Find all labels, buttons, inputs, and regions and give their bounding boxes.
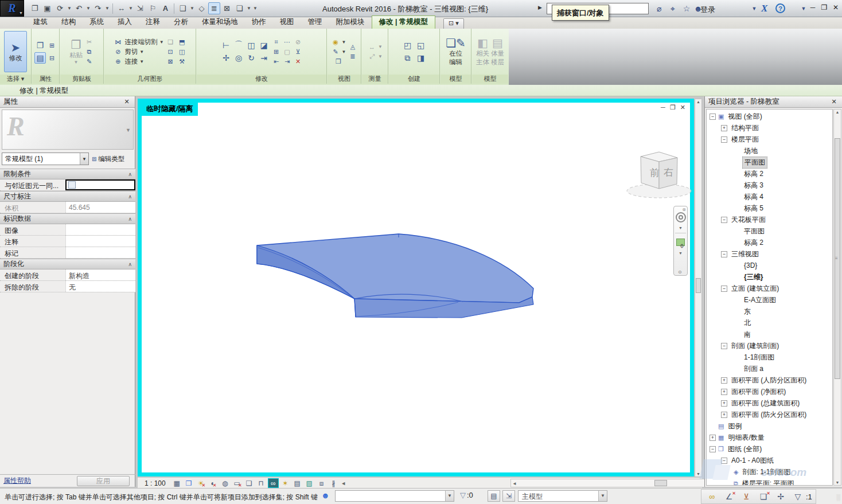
- temporary-view-properties-icon[interactable]: ▤: [292, 478, 303, 488]
- mass-floors-button[interactable]: ▤体量楼层: [491, 37, 504, 67]
- tree-item[interactable]: 标高 2: [707, 168, 832, 179]
- moves-with-nearby-value[interactable]: [65, 179, 135, 190]
- redo-icon[interactable]: ↷: [92, 2, 104, 14]
- chevron-down-icon[interactable]: ▼: [246, 2, 252, 14]
- tree-item[interactable]: 东: [707, 306, 832, 317]
- tree-item[interactable]: ◈剖面: 1-1剖面图: [707, 466, 832, 478]
- create-parts-icon[interactable]: ◰: [402, 40, 414, 51]
- editable-filter[interactable]: ▽:0: [460, 491, 473, 499]
- close-button[interactable]: ✕: [831, 3, 841, 11]
- text-icon[interactable]: A: [159, 2, 171, 14]
- trim-extend-corner-icon[interactable]: ⇥: [258, 52, 270, 64]
- tree-item[interactable]: 剖面 a: [707, 363, 832, 374]
- measure-along-icon[interactable]: ⤢: [367, 52, 377, 61]
- tree-item[interactable]: −三维视图: [707, 248, 832, 260]
- chevron-down-icon[interactable]: ▼: [67, 2, 72, 14]
- favorites-star-icon[interactable]: ☆: [680, 2, 693, 15]
- cut-profile-icon[interactable]: ◬: [348, 42, 357, 51]
- override-graphics-icon[interactable]: ✎: [331, 48, 341, 56]
- collapse-icon[interactable]: −: [710, 446, 716, 452]
- tab-structure[interactable]: 结构: [54, 16, 83, 29]
- browser-scrollbar[interactable]: ▲ ≡ ▼: [833, 109, 841, 486]
- reveal-hidden-elements-icon[interactable]: ✶: [280, 478, 291, 488]
- tree-item[interactable]: −立面 (建筑立面): [707, 283, 832, 294]
- open-icon[interactable]: ❐: [29, 2, 41, 14]
- view-cube-front-label[interactable]: 前: [650, 167, 660, 178]
- default-3d-view-icon[interactable]: ❑: [177, 2, 189, 14]
- close-inactive-windows-icon[interactable]: ⊠: [221, 2, 233, 14]
- sun-path-off-icon[interactable]: ☀✕: [196, 478, 206, 488]
- tab-view[interactable]: 视图: [273, 16, 301, 29]
- create-similar-icon[interactable]: ◨: [415, 52, 427, 64]
- panel-label-clipboard[interactable]: 剪贴板: [60, 75, 103, 84]
- chevron-down-icon[interactable]: ▼: [748, 2, 761, 15]
- tree-item-current-view[interactable]: {三维}: [707, 271, 832, 283]
- property-row[interactable]: 图像: [0, 224, 135, 236]
- close-icon[interactable]: ✕: [829, 98, 839, 106]
- property-row[interactable]: 体积45.645: [0, 202, 135, 213]
- cut-ends-tool[interactable]: ⋈连接端切割▼: [113, 38, 163, 46]
- collapse-icon[interactable]: ⊖: [678, 269, 682, 275]
- measure-between-icon[interactable]: ↔: [367, 42, 377, 51]
- related-hosts-button[interactable]: ◧相关主体: [476, 37, 489, 67]
- tree-item[interactable]: +面积平面 (净面积): [707, 386, 832, 397]
- tree-item[interactable]: −剖面 (建筑剖面): [707, 340, 832, 351]
- section-constraints[interactable]: 限制条件∧: [0, 169, 135, 179]
- expand-icon[interactable]: +: [721, 125, 727, 131]
- switch-windows-icon[interactable]: ❏: [233, 2, 245, 14]
- steering-wheel-icon[interactable]: [676, 212, 686, 222]
- unpin-icon[interactable]: ⊘: [293, 38, 303, 46]
- visual-style-icon[interactable]: ❒: [184, 478, 194, 488]
- wall-joins-icon[interactable]: ❏: [166, 38, 176, 46]
- expand-icon[interactable]: +: [721, 377, 727, 384]
- displacement-sets-icon[interactable]: ⧈: [316, 478, 327, 488]
- panel-label-create[interactable]: 创建: [389, 75, 439, 84]
- copy-icon[interactable]: ⧉: [84, 48, 94, 56]
- edit-inplace-button[interactable]: ❏✎在位编辑: [446, 37, 466, 67]
- section-identity-data[interactable]: 标识数据∧: [0, 213, 135, 224]
- tree-item[interactable]: E-A立面图: [707, 294, 832, 306]
- tab-collaborate[interactable]: 协作: [245, 16, 273, 29]
- tree-item[interactable]: 标高 2: [707, 237, 832, 248]
- tree-item[interactable]: −天花板平面: [707, 214, 832, 225]
- workset-combo[interactable]: ▼: [335, 490, 454, 502]
- tree-item-selected[interactable]: 平面图: [707, 157, 832, 168]
- panel-label-geometry[interactable]: 几何图形: [104, 75, 196, 84]
- select-links-icon[interactable]: ∞: [705, 490, 719, 503]
- collapse-icon[interactable]: −: [721, 217, 727, 223]
- tree-item-sheets[interactable]: −❒图纸 (全部): [707, 443, 832, 455]
- scroll-left-icon[interactable]: ◄: [512, 481, 517, 486]
- section-phasing[interactable]: 阶段化∧: [0, 259, 135, 269]
- modify-tool-button[interactable]: ➤修改: [4, 31, 27, 72]
- image-value[interactable]: [65, 224, 135, 235]
- drawing-viewport[interactable]: 前 右 临时隐藏/隔离 ─ ❐ ✕ ⊗ ▼ ⌀ ▼ ⊖: [138, 99, 694, 476]
- chevron-down-icon[interactable]: ▼: [128, 2, 134, 14]
- temporary-hide-isolate-icon[interactable]: ∞: [268, 478, 279, 488]
- tree-item[interactable]: 平面图: [707, 225, 832, 237]
- align-icon[interactable]: ⊢: [220, 40, 232, 51]
- mirror-pick-axis-icon[interactable]: ⌗: [271, 38, 281, 46]
- family-types-icon[interactable]: ⊞: [47, 41, 57, 50]
- panel-label-model-1[interactable]: 模型: [441, 75, 471, 84]
- tab-architecture[interactable]: 建筑: [26, 16, 54, 29]
- type-properties-icon[interactable]: ⊟: [47, 54, 57, 62]
- unlocked-3d-view-icon[interactable]: ⊓: [256, 478, 267, 488]
- tab-modify-contextual[interactable]: 修改 | 常规模型: [372, 15, 435, 29]
- detail-level-icon[interactable]: ▦: [171, 478, 182, 488]
- title-expand-icon[interactable]: ▶: [538, 5, 542, 10]
- edit-type-button[interactable]: ⧈编辑类型: [92, 153, 134, 165]
- properties-window-icon[interactable]: ❐: [34, 40, 46, 51]
- scale-icon[interactable]: ▢: [282, 48, 292, 56]
- sign-in-button[interactable]: 登录: [700, 5, 715, 15]
- reveal-constraints-icon[interactable]: ∦: [328, 478, 339, 488]
- cut-icon[interactable]: ✂: [84, 38, 94, 46]
- split-with-gap-icon[interactable]: ◪: [258, 40, 270, 51]
- chevron-down-icon[interactable]: ▼: [104, 2, 110, 14]
- tree-item[interactable]: 南: [707, 329, 832, 340]
- tree-item[interactable]: −A0-1 - A0图纸: [707, 455, 832, 466]
- property-row[interactable]: 与邻近图元一同...: [0, 179, 135, 191]
- split-element-icon[interactable]: ◫: [245, 40, 257, 51]
- exclude-options-toggle[interactable]: ⇲: [502, 490, 515, 502]
- measure-icon[interactable]: ↔: [115, 2, 127, 14]
- crop-view-icon[interactable]: ▭✕: [232, 478, 243, 488]
